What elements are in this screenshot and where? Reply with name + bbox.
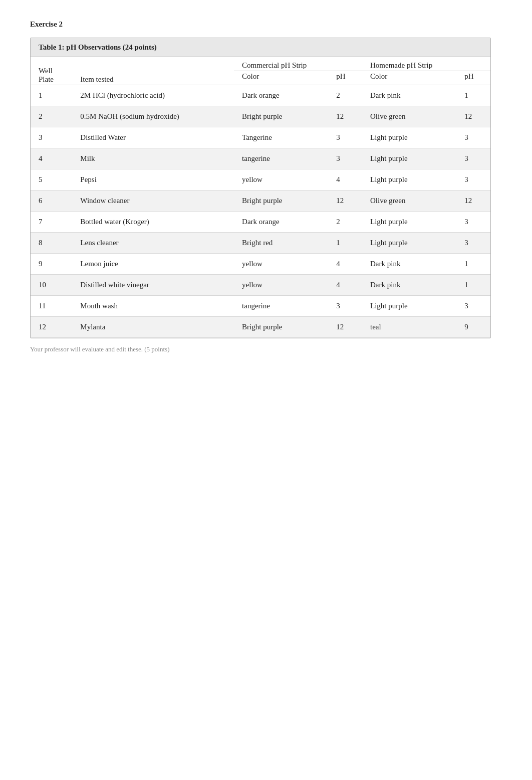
cell-item: Lens cleaner: [72, 233, 234, 254]
cell-item: 0.5M NaOH (sodium hydroxide): [72, 106, 234, 127]
cell-home-ph: 12: [456, 190, 490, 212]
cell-comm-color: Bright purple: [234, 317, 328, 338]
col-header-comm-color: Color: [234, 71, 328, 85]
table-row: 6Window cleanerBright purple12Olive gree…: [31, 190, 490, 212]
cell-item: Bottled water (Kroger): [72, 212, 234, 233]
col-header-home-ph: pH: [456, 71, 490, 85]
observations-table: WellPlate Item tested Commercial pH Stri…: [31, 57, 490, 338]
table-row: 7Bottled water (Kroger)Dark orange2Light…: [31, 212, 490, 233]
cell-comm-ph: 1: [328, 233, 362, 254]
cell-comm-color: Dark orange: [234, 212, 328, 233]
cell-item: Mouth wash: [72, 296, 234, 317]
cell-comm-ph: 3: [328, 296, 362, 317]
cell-comm-ph: 12: [328, 106, 362, 127]
cell-home-ph: 3: [456, 296, 490, 317]
cell-home-ph: 3: [456, 233, 490, 254]
cell-home-ph: 12: [456, 106, 490, 127]
cell-home-ph: 3: [456, 127, 490, 148]
cell-well: 6: [31, 190, 72, 212]
cell-comm-ph: 12: [328, 317, 362, 338]
cell-home-ph: 3: [456, 148, 490, 169]
cell-comm-color: yellow: [234, 169, 328, 190]
cell-home-color: Light purple: [362, 212, 456, 233]
cell-item: Mylanta: [72, 317, 234, 338]
cell-item: Window cleaner: [72, 190, 234, 212]
cell-home-color: Dark pink: [362, 254, 456, 275]
cell-well: 5: [31, 169, 72, 190]
table-row: 12M HCl (hydrochloric acid)Dark orange2D…: [31, 85, 490, 106]
cell-comm-ph: 2: [328, 212, 362, 233]
cell-comm-color: Bright purple: [234, 190, 328, 212]
col-header-commercial: Commercial pH Strip: [234, 57, 362, 71]
table-row: 11Mouth washtangerine3Light purple3: [31, 296, 490, 317]
table-row: 12MylantaBright purple12teal9: [31, 317, 490, 338]
col-header-item: Item tested: [72, 57, 234, 85]
cell-comm-color: Bright red: [234, 233, 328, 254]
cell-comm-color: Tangerine: [234, 127, 328, 148]
cell-item: 2M HCl (hydrochloric acid): [72, 85, 234, 106]
cell-home-ph: 1: [456, 254, 490, 275]
cell-well: 11: [31, 296, 72, 317]
cell-well: 3: [31, 127, 72, 148]
cell-home-color: Olive green: [362, 190, 456, 212]
cell-comm-color: Bright purple: [234, 106, 328, 127]
cell-home-color: Light purple: [362, 169, 456, 190]
cell-comm-color: tangerine: [234, 296, 328, 317]
exercise-title: Exercise 2: [30, 20, 502, 29]
col-header-home-color: Color: [362, 71, 456, 85]
footer-text: Your professor will evaluate and edit th…: [30, 345, 230, 353]
cell-well: 7: [31, 212, 72, 233]
cell-comm-color: yellow: [234, 275, 328, 296]
cell-home-ph: 3: [456, 212, 490, 233]
cell-well: 1: [31, 85, 72, 106]
cell-home-ph: 9: [456, 317, 490, 338]
cell-comm-ph: 3: [328, 148, 362, 169]
col-header-homemade: Homemade pH Strip: [362, 57, 490, 71]
table-row: 8Lens cleanerBright red1Light purple3: [31, 233, 490, 254]
table-row: 9Lemon juiceyellow4Dark pink1: [31, 254, 490, 275]
cell-comm-ph: 12: [328, 190, 362, 212]
cell-home-color: Dark pink: [362, 275, 456, 296]
table-row: 10Distilled white vinegaryellow4Dark pin…: [31, 275, 490, 296]
cell-home-ph: 1: [456, 275, 490, 296]
cell-well: 12: [31, 317, 72, 338]
cell-item: Distilled white vinegar: [72, 275, 234, 296]
cell-home-color: Olive green: [362, 106, 456, 127]
col-header-well: WellPlate: [31, 57, 72, 85]
cell-comm-color: tangerine: [234, 148, 328, 169]
table-row: 4Milktangerine3Light purple3: [31, 148, 490, 169]
cell-home-color: Light purple: [362, 233, 456, 254]
cell-home-color: Light purple: [362, 296, 456, 317]
table-title: Table 1: pH Observations (24 points): [31, 38, 490, 57]
table-row: 5Pepsiyellow4Light purple3: [31, 169, 490, 190]
cell-home-color: Dark pink: [362, 85, 456, 106]
cell-home-color: Light purple: [362, 148, 456, 169]
cell-comm-ph: 3: [328, 127, 362, 148]
cell-home-ph: 1: [456, 85, 490, 106]
cell-comm-color: yellow: [234, 254, 328, 275]
cell-well: 2: [31, 106, 72, 127]
cell-comm-color: Dark orange: [234, 85, 328, 106]
table-row: 20.5M NaOH (sodium hydroxide)Bright purp…: [31, 106, 490, 127]
cell-well: 10: [31, 275, 72, 296]
table-row: 3Distilled WaterTangerine3Light purple3: [31, 127, 490, 148]
cell-comm-ph: 4: [328, 275, 362, 296]
cell-item: Distilled Water: [72, 127, 234, 148]
table-container: Table 1: pH Observations (24 points) Wel…: [30, 38, 491, 338]
cell-item: Milk: [72, 148, 234, 169]
cell-home-color: Light purple: [362, 127, 456, 148]
cell-well: 9: [31, 254, 72, 275]
cell-comm-ph: 4: [328, 254, 362, 275]
col-header-comm-ph: pH: [328, 71, 362, 85]
cell-home-color: teal: [362, 317, 456, 338]
cell-comm-ph: 4: [328, 169, 362, 190]
cell-well: 8: [31, 233, 72, 254]
cell-home-ph: 3: [456, 169, 490, 190]
cell-item: Pepsi: [72, 169, 234, 190]
cell-well: 4: [31, 148, 72, 169]
cell-item: Lemon juice: [72, 254, 234, 275]
cell-comm-ph: 2: [328, 85, 362, 106]
